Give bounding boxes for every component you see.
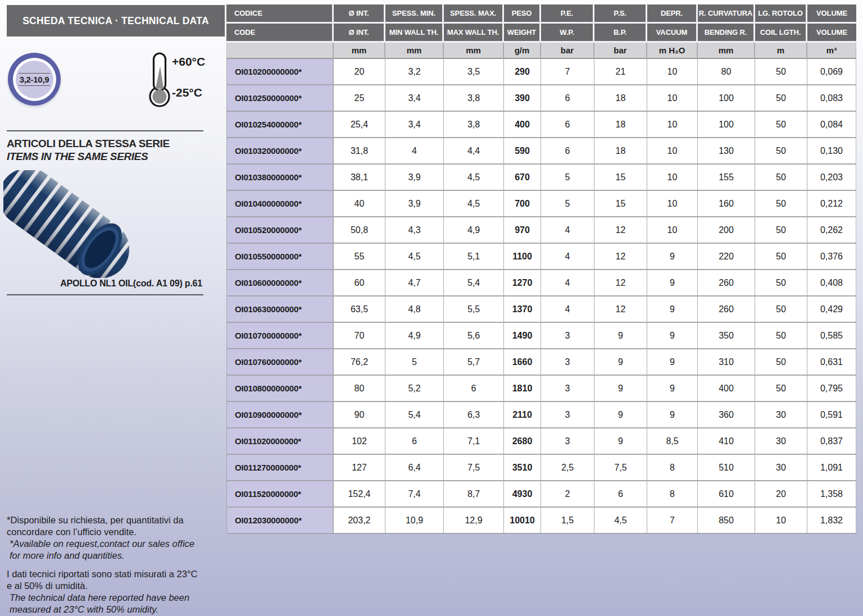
product-code-cell: OI010320000000* (226, 138, 334, 165)
value-cell: 20 (755, 481, 807, 508)
value-cell: 970 (504, 217, 541, 244)
value-cell: 0,262 (807, 217, 856, 244)
measurement-note-italian: I dati tecnici riportati sono stati misu… (7, 568, 226, 592)
table-row: OI010200000000*203,23,52907211080500,069 (226, 59, 856, 85)
value-cell: 50 (755, 59, 807, 85)
value-cell: 7 (647, 508, 698, 534)
value-cell: 1810 (504, 376, 541, 402)
value-cell: 400 (698, 376, 755, 402)
value-cell: 0,429 (807, 296, 856, 323)
technical-data-table: CODICEØ INT.SPESS. MIN.SPESS. MAX.PESOP.… (226, 4, 856, 534)
value-cell: 155 (698, 165, 755, 191)
product-code-cell: OI010700000000* (226, 323, 334, 349)
value-cell: 4,3 (385, 217, 444, 244)
value-cell: 350 (698, 323, 755, 349)
value-cell: 9 (647, 296, 698, 323)
product-code-cell: OI010630000000* (226, 296, 334, 323)
product-code-cell: OI012030000000* (226, 508, 334, 534)
value-cell: 2680 (504, 428, 541, 455)
value-cell: 9 (594, 376, 647, 402)
column-header-italian: P.S. (594, 4, 647, 24)
value-cell: 12 (594, 244, 647, 270)
value-cell: 3,9 (385, 165, 444, 191)
value-cell: 50 (755, 270, 807, 296)
value-cell: 4,7 (385, 270, 444, 296)
value-cell: 9 (594, 323, 647, 349)
value-cell: 50 (755, 85, 807, 112)
value-cell: 6,4 (385, 455, 444, 481)
product-code-cell: OI011520000000* (226, 481, 334, 508)
value-cell: 12,9 (444, 508, 504, 534)
value-cell: 7,5 (594, 455, 647, 481)
value-cell: 2 (541, 481, 594, 508)
product-code-cell: OI010520000000* (226, 217, 334, 244)
column-header-english: BENDING R. (698, 24, 755, 43)
value-cell: 76,2 (334, 349, 385, 376)
value-cell: 100 (698, 112, 755, 138)
value-cell: 50 (755, 165, 807, 191)
value-cell: 670 (504, 165, 541, 191)
value-cell: 9 (647, 244, 698, 270)
value-cell: 200 (698, 217, 755, 244)
value-cell: 50 (755, 138, 807, 165)
value-cell: 5,5 (444, 296, 504, 323)
value-cell: 20 (334, 59, 385, 85)
technical-data-sheet: SCHEDA TECNICA · TECHNICAL DATA 3,2-10,9… (0, 0, 863, 616)
value-cell: 5,1 (444, 244, 504, 270)
value-cell: 410 (698, 428, 755, 455)
table-row: OI010760000000*76,255,71660399310500,631 (226, 349, 856, 376)
product-code-cell: OI010800000000* (226, 376, 334, 402)
value-cell: 18 (594, 112, 647, 138)
value-cell: 21 (594, 59, 647, 85)
value-cell: 1660 (504, 349, 541, 376)
value-cell: 10 (647, 59, 698, 85)
value-cell: 10 (647, 112, 698, 138)
value-cell: 400 (504, 112, 541, 138)
column-header-italian: DEPR. (647, 4, 698, 24)
value-cell: 130 (698, 138, 755, 165)
column-header-italian: R. CURVATURA (698, 4, 755, 24)
value-cell: 12 (594, 270, 647, 296)
value-cell: 31,8 (334, 138, 385, 165)
table-row: OI010320000000*31,844,459061810130500,13… (226, 138, 856, 165)
column-header-english: MAX WALL TH. (444, 24, 504, 43)
unit-cell: mm (698, 43, 755, 59)
column-header-italian: CODICE (226, 4, 334, 24)
unit-cell: mm (444, 43, 504, 59)
column-header-english: COIL LGTH. (755, 24, 807, 43)
unit-cell: m³ (807, 43, 856, 59)
table-row: OI010900000000*905,46,32110399360300,591 (226, 402, 856, 428)
value-cell: 10 (755, 508, 807, 534)
value-cell: 102 (334, 428, 385, 455)
value-cell: 152,4 (334, 481, 385, 508)
value-cell: 1100 (504, 244, 541, 270)
unit-cell: bar (541, 43, 594, 59)
wall-thickness-badge-face: 3,2-10,9 (16, 61, 53, 98)
value-cell: 30 (755, 402, 807, 428)
value-cell: 63,5 (334, 296, 385, 323)
value-cell: 9 (647, 402, 698, 428)
product-code-cell: OI011020000000* (226, 428, 334, 455)
value-cell: 203,2 (334, 508, 385, 534)
table-row: OI010250000000*253,43,839061810100500,08… (226, 85, 856, 112)
table-row: OI011020000000*10267,12680398,5410300,83… (226, 428, 856, 455)
value-cell: 100 (698, 85, 755, 112)
value-cell: 50 (755, 296, 807, 323)
value-cell: 50 (755, 376, 807, 402)
value-cell: 6 (385, 428, 444, 455)
product-code-cell: OI010550000000* (226, 244, 334, 270)
value-cell: 0,585 (807, 323, 856, 349)
value-cell: 10 (647, 165, 698, 191)
value-cell: 15 (594, 191, 647, 217)
value-cell: 850 (698, 508, 755, 534)
value-cell: 4,9 (385, 323, 444, 349)
value-cell: 2,5 (541, 455, 594, 481)
table-header: CODICEØ INT.SPESS. MIN.SPESS. MAX.PESOP.… (226, 4, 856, 59)
value-cell: 5,4 (385, 402, 444, 428)
value-cell: 15 (594, 165, 647, 191)
value-cell: 260 (698, 270, 755, 296)
value-cell: 10 (647, 191, 698, 217)
value-cell: 1490 (504, 323, 541, 349)
page-title: SCHEDA TECNICA · TECHNICAL DATA (7, 5, 225, 36)
divider-bottom (7, 294, 203, 295)
